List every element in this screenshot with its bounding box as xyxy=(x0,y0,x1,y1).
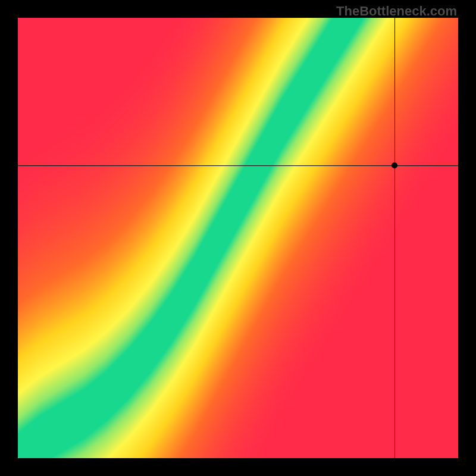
plot-area xyxy=(18,18,458,458)
crosshair-vertical xyxy=(394,18,395,458)
chart-container: TheBottleneck.com xyxy=(0,0,476,476)
marker-dot xyxy=(392,162,397,168)
watermark-text: TheBottleneck.com xyxy=(336,4,457,19)
heatmap-canvas xyxy=(18,18,458,458)
